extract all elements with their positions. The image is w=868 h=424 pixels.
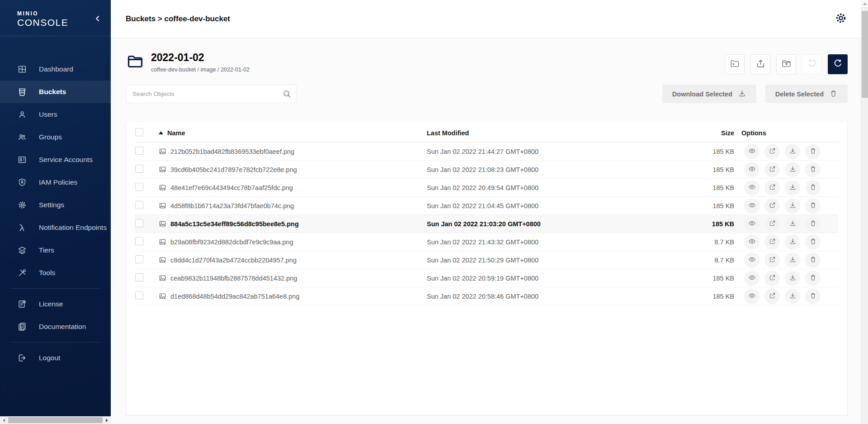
share-button[interactable] [764, 180, 780, 195]
download-object-button[interactable] [785, 234, 800, 250]
buckets-icon [17, 87, 27, 97]
download-object-button[interactable] [785, 271, 800, 286]
row-checkbox[interactable] [135, 147, 143, 155]
object-name-cell[interactable]: d1ed868d48b54dd29ac842ab751a64e8.png [159, 292, 427, 300]
object-name-cell[interactable]: b29a08fbf92342d882dcbdf7e9c9c9aa.png [159, 238, 427, 246]
download-icon [789, 201, 797, 210]
share-button[interactable] [764, 162, 780, 177]
share-button[interactable] [764, 234, 780, 250]
object-name-cell[interactable]: 212b052b1bad482fb8369533ebf0aeef.png [159, 148, 427, 155]
sidebar-item-tiers[interactable]: Tiers [0, 239, 111, 262]
scroll-up-arrow[interactable] [861, 0, 868, 8]
table-row[interactable]: ceab9832b11948bfb2887578dd451432.png Sun… [135, 269, 838, 287]
delete-object-button[interactable] [805, 216, 821, 232]
table-row[interactable]: 4d58f8b1b6714a23a73fd47bfae0b74c.png Sun… [135, 197, 838, 215]
size-cell: 185 KB [698, 166, 734, 173]
row-checkbox[interactable] [135, 201, 143, 209]
download-object-button[interactable] [785, 144, 800, 159]
sidebar-item-buckets[interactable]: Buckets [0, 81, 111, 103]
share-button[interactable] [764, 252, 780, 268]
delete-object-button[interactable] [805, 271, 821, 286]
folder-icon [126, 52, 145, 71]
sidebar-item-logout[interactable]: Logout [0, 347, 111, 369]
preview-button[interactable] [744, 144, 760, 159]
sidebar-item-service-accounts[interactable]: Service Accounts [0, 148, 111, 171]
download-object-button[interactable] [785, 162, 800, 177]
preview-button[interactable] [744, 271, 760, 286]
select-all-checkbox[interactable] [135, 128, 143, 136]
table-row[interactable]: b29a08fbf92342d882dcbdf7e9c9c9aa.png Sun… [135, 233, 838, 251]
delete-object-button[interactable] [805, 144, 821, 159]
preview-button[interactable] [744, 252, 760, 268]
preview-button[interactable] [744, 289, 760, 304]
table-row[interactable]: 884a5c13c5e34eff89c56d8c95bee8e5.png Sun… [135, 215, 838, 233]
download-selected-button[interactable]: Download Selected [662, 85, 756, 103]
upload-file-button[interactable] [750, 54, 770, 74]
row-checkbox[interactable] [135, 255, 143, 263]
share-button[interactable] [764, 289, 780, 304]
share-icon [769, 256, 776, 265]
scroll-left-arrow[interactable] [0, 416, 8, 424]
name-column-header[interactable]: Name [159, 129, 427, 137]
download-object-button[interactable] [785, 252, 800, 268]
share-button[interactable] [764, 144, 780, 159]
preview-button[interactable] [744, 216, 760, 232]
row-checkbox[interactable] [135, 237, 143, 245]
horizontal-scrollbar[interactable] [0, 416, 111, 424]
delete-object-button[interactable] [805, 198, 821, 214]
row-checkbox[interactable] [135, 183, 143, 191]
share-button[interactable] [764, 271, 780, 286]
sidebar-item-groups[interactable]: Groups [0, 126, 111, 148]
delete-object-button[interactable] [805, 252, 821, 268]
share-button[interactable] [764, 216, 780, 232]
row-checkbox[interactable] [135, 219, 143, 227]
sidebar-item-dashboard[interactable]: Dashboard [0, 58, 111, 81]
row-checkbox[interactable] [135, 291, 143, 300]
horizontal-scrollbar-thumb[interactable] [8, 417, 103, 423]
size-cell: 185 KB [698, 148, 734, 155]
row-checkbox[interactable] [135, 165, 143, 173]
sidebar-item-notification-endpoints[interactable]: Notification Endpoints [0, 216, 111, 239]
download-object-button[interactable] [785, 198, 800, 214]
object-name-cell[interactable]: 4d58f8b1b6714a23a73fd47bfae0b74c.png [159, 202, 427, 210]
table-row[interactable]: 212b052b1bad482fb8369533ebf0aeef.png Sun… [135, 143, 838, 161]
delete-object-button[interactable] [805, 234, 821, 250]
upload-folder-button[interactable] [776, 54, 796, 74]
preview-button[interactable] [744, 162, 760, 177]
delete-object-button[interactable] [805, 180, 821, 195]
sidebar-item-settings[interactable]: Settings [0, 194, 111, 216]
table-row[interactable]: d1ed868d48b54dd29ac842ab751a64e8.png Sun… [135, 287, 838, 305]
delete-object-button[interactable] [805, 289, 821, 304]
refresh-button[interactable] [828, 54, 848, 74]
object-name-cell[interactable]: 39cd6b405bc241d7897e782fcb722e8e.png [159, 166, 427, 173]
vertical-scrollbar-thumb[interactable] [862, 11, 868, 98]
row-checkbox[interactable] [135, 273, 143, 281]
object-name-cell[interactable]: ceab9832b11948bfb2887578dd451432.png [159, 274, 427, 282]
search-input[interactable] [126, 85, 297, 103]
vertical-scrollbar[interactable] [861, 0, 868, 424]
preview-button[interactable] [744, 234, 760, 250]
header-settings-button[interactable] [834, 12, 848, 26]
sidebar-item-tools[interactable]: Tools [0, 262, 111, 284]
share-button[interactable] [764, 198, 780, 214]
scroll-right-arrow[interactable] [103, 416, 111, 424]
table-row[interactable]: c8dd4c1d270f43a2b4724ccbb2204957.png Sun… [135, 251, 838, 269]
object-name-cell[interactable]: 48e41ef7e69c443494cc78b7aaf25fdc.png [159, 184, 427, 191]
sidebar-item-license[interactable]: License [0, 293, 111, 315]
delete-selected-button[interactable]: Delete Selected [765, 85, 848, 103]
sidebar-item-users[interactable]: Users [0, 103, 111, 126]
download-object-button[interactable] [785, 216, 800, 232]
sidebar-collapse-button[interactable] [92, 14, 104, 25]
sidebar-item-iam-policies[interactable]: IAM Policies [0, 171, 111, 194]
preview-button[interactable] [744, 198, 760, 214]
object-name-cell[interactable]: 884a5c13c5e34eff89c56d8c95bee8e5.png [159, 220, 427, 228]
table-row[interactable]: 48e41ef7e69c443494cc78b7aaf25fdc.png Sun… [135, 179, 838, 197]
download-object-button[interactable] [785, 289, 800, 304]
table-row[interactable]: 39cd6b405bc241d7897e782fcb722e8e.png Sun… [135, 161, 838, 179]
download-object-button[interactable] [785, 180, 800, 195]
object-name-cell[interactable]: c8dd4c1d270f43a2b4724ccbb2204957.png [159, 256, 427, 264]
new-path-button[interactable] [725, 54, 745, 74]
sidebar-item-documentation[interactable]: Documentation [0, 315, 111, 338]
delete-object-button[interactable] [805, 162, 821, 177]
preview-button[interactable] [744, 180, 760, 195]
